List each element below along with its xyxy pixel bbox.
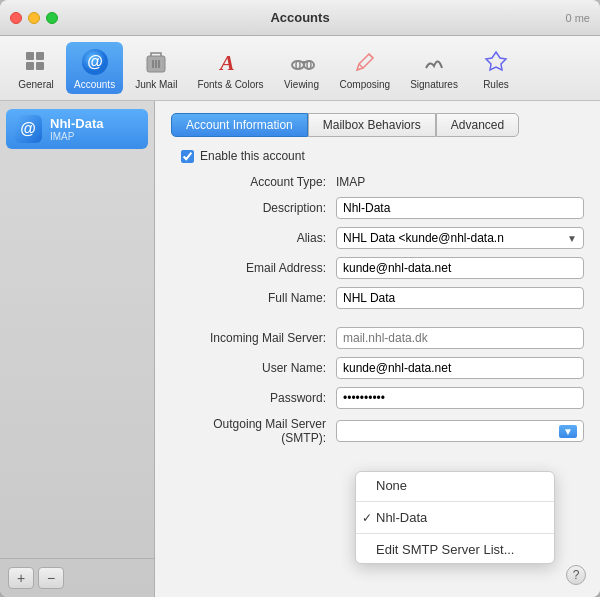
tab-account-information[interactable]: Account Information: [171, 113, 308, 137]
account-type: IMAP: [50, 131, 140, 142]
dropdown-item-nhldata[interactable]: ✓ Nhl-Data: [356, 504, 554, 531]
incoming-server-input[interactable]: [336, 327, 584, 349]
none-label: None: [376, 478, 407, 493]
outgoing-server-label: Outgoing Mail Server (SMTP):: [171, 417, 336, 445]
toolbar-item-junkmail[interactable]: Junk Mail: [127, 42, 185, 94]
smtp-dropdown-menu: None ✓ Nhl-Data Edit SMTP Server List...: [355, 471, 555, 564]
toolbar-item-signatures[interactable]: Signatures: [402, 42, 466, 94]
account-type-label: Account Type:: [171, 175, 336, 189]
svg-point-11: [292, 61, 304, 69]
checkmark-icon: ✓: [362, 511, 372, 525]
fullname-label: Full Name:: [171, 291, 336, 305]
toolbar-accounts-label: Accounts: [74, 79, 115, 90]
fullname-input[interactable]: [336, 287, 584, 309]
username-row: User Name:: [171, 357, 584, 379]
dropdown-divider-2: [356, 533, 554, 534]
svg-point-14: [304, 61, 314, 69]
svg-rect-0: [26, 52, 34, 60]
svg-marker-16: [486, 52, 506, 70]
account-type-row: Account Type: IMAP: [171, 175, 584, 189]
window-controls: [10, 12, 58, 24]
outgoing-chevron-icon: ▼: [559, 425, 577, 438]
svg-rect-2: [26, 62, 34, 70]
remove-account-button[interactable]: −: [38, 567, 64, 589]
account-icon: @: [14, 115, 42, 143]
toolbar-signatures-label: Signatures: [410, 79, 458, 90]
email-row: Email Address:: [171, 257, 584, 279]
tab-advanced[interactable]: Advanced: [436, 113, 519, 137]
email-label: Email Address:: [171, 261, 336, 275]
dropdown-item-none[interactable]: None: [356, 472, 554, 499]
account-type-value: IMAP: [336, 175, 365, 189]
main-content: @ Nhl-Data IMAP + − Account Information …: [0, 101, 600, 597]
outgoing-server-row: Outgoing Mail Server (SMTP): ▼: [171, 417, 584, 445]
toolbar-viewing-label: Viewing: [284, 79, 319, 90]
mail-preferences-window: Accounts 0 me General: [0, 0, 600, 597]
svg-rect-3: [36, 62, 44, 70]
alias-value: NHL Data <kunde@nhl-data.n: [343, 231, 504, 245]
message-count: 0 me: [566, 12, 590, 24]
tabs: Account Information Mailbox Behaviors Ad…: [171, 113, 519, 137]
sidebar-footer: + −: [0, 558, 154, 597]
enable-account-label: Enable this account: [200, 149, 305, 163]
description-label: Description:: [171, 201, 336, 215]
minimize-button[interactable]: [28, 12, 40, 24]
toolbar-general-label: General: [18, 79, 54, 90]
viewing-icon: [286, 46, 318, 78]
toolbar-item-fonts[interactable]: A Fonts & Colors: [189, 42, 271, 94]
alias-chevron-icon: ▼: [567, 233, 577, 244]
sidebar-account-nhldata[interactable]: @ Nhl-Data IMAP: [6, 109, 148, 149]
toolbar: General @ Accounts: [0, 36, 600, 101]
description-row: Description:: [171, 197, 584, 219]
accounts-list: @ Nhl-Data IMAP: [0, 101, 154, 558]
dropdown-divider: [356, 501, 554, 502]
alias-label: Alias:: [171, 231, 336, 245]
incoming-server-row: Incoming Mail Server:: [171, 327, 584, 349]
toolbar-fonts-label: Fonts & Colors: [197, 79, 263, 90]
svg-text:@: @: [87, 53, 103, 70]
toolbar-item-accounts[interactable]: @ Accounts: [66, 42, 123, 94]
tab-mailbox-behaviors[interactable]: Mailbox Behaviors: [308, 113, 436, 137]
enable-account-row: Enable this account: [171, 149, 584, 163]
toolbar-junkmail-label: Junk Mail: [135, 79, 177, 90]
sidebar: @ Nhl-Data IMAP + −: [0, 101, 155, 597]
username-label: User Name:: [171, 361, 336, 375]
password-row: Password:: [171, 387, 584, 409]
enable-account-checkbox[interactable]: [181, 150, 194, 163]
incoming-server-label: Incoming Mail Server:: [171, 331, 336, 345]
description-input[interactable]: [336, 197, 584, 219]
signatures-icon: [418, 46, 450, 78]
general-icon: [20, 46, 52, 78]
detail-panel: Account Information Mailbox Behaviors Ad…: [155, 101, 600, 597]
toolbar-item-rules[interactable]: Rules: [470, 42, 522, 94]
svg-point-12: [296, 61, 300, 69]
svg-text:A: A: [218, 50, 235, 75]
toolbar-rules-label: Rules: [483, 79, 509, 90]
maximize-button[interactable]: [46, 12, 58, 24]
titlebar: Accounts 0 me: [0, 0, 600, 36]
dropdown-item-edit-smtp[interactable]: Edit SMTP Server List...: [356, 536, 554, 563]
alias-row: Alias: NHL Data <kunde@nhl-data.n ▼: [171, 227, 584, 249]
edit-smtp-label: Edit SMTP Server List...: [376, 542, 514, 557]
email-input[interactable]: [336, 257, 584, 279]
close-button[interactable]: [10, 12, 22, 24]
svg-point-15: [307, 61, 311, 69]
alias-select[interactable]: NHL Data <kunde@nhl-data.n ▼: [336, 227, 584, 249]
password-input[interactable]: [336, 387, 584, 409]
outgoing-server-select[interactable]: ▼: [336, 420, 584, 442]
junkmail-icon: [140, 46, 172, 78]
username-input[interactable]: [336, 357, 584, 379]
fonts-icon: A: [214, 46, 246, 78]
help-button[interactable]: ?: [566, 565, 586, 585]
add-account-button[interactable]: +: [8, 567, 34, 589]
accounts-icon: @: [79, 46, 111, 78]
toolbar-item-general[interactable]: General: [10, 42, 62, 94]
nhldata-label: Nhl-Data: [376, 510, 427, 525]
toolbar-item-composing[interactable]: Composing: [332, 42, 399, 94]
composing-icon: [349, 46, 381, 78]
toolbar-composing-label: Composing: [340, 79, 391, 90]
toolbar-item-viewing[interactable]: Viewing: [276, 42, 328, 94]
rules-icon: [480, 46, 512, 78]
window-title: Accounts: [270, 10, 329, 25]
fullname-row: Full Name:: [171, 287, 584, 309]
